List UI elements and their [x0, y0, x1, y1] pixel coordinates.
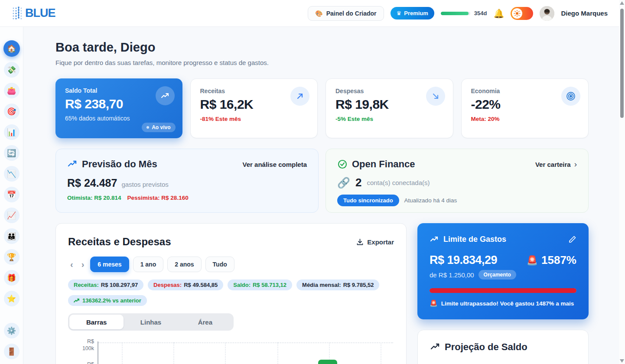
gridline-v [173, 342, 174, 364]
badge-despesas-label: Despesas: [153, 282, 182, 288]
sun-icon [514, 10, 521, 17]
sidebar-item-favorites[interactable]: ⭐ [4, 291, 20, 306]
limit-progress-track [430, 288, 576, 293]
limit-of-label: de R$ 1.250,00 [430, 271, 474, 279]
creator-panel-button[interactable]: 🎨 Painel do Criador [308, 6, 384, 21]
sidebar-item-rewards[interactable]: 🎁 [4, 270, 20, 286]
sidebar-nav: 🏠 💸 👛 🎯 📊 🔄 📉 📅 📈 👪 🏆 🎁 ⭐ ⚙️ 🚪 [0, 27, 23, 364]
badge-saldo-label: Saldo: [233, 282, 251, 288]
badge-despesas: Despesas: R$ 49.584,85 [148, 280, 223, 290]
scrollbar-thumb[interactable] [620, 9, 624, 118]
forecast-link[interactable]: Ver análise completa [243, 161, 307, 168]
chart-up-icon: 📈 [7, 211, 16, 220]
check-circle-icon [337, 159, 348, 169]
badge-media-mensal: Média mensal: R$ 9.785,52 [296, 280, 379, 290]
gridline-100k [98, 342, 393, 343]
sidebar-item-wallet[interactable]: 👛 [4, 83, 20, 98]
sidebar-item-money[interactable]: 💸 [4, 62, 20, 78]
sidebar-item-achievements[interactable]: 🏆 [4, 249, 20, 265]
stat-card-saldo[interactable]: Saldo Total R$ 238,70 65% dados automáti… [55, 78, 182, 138]
stat-card-economia[interactable]: Economia -22% Meta: 20% [461, 78, 589, 138]
scroll-down-arrow-icon[interactable] [620, 359, 624, 363]
income-expense-chart-card: Receitas e Despesas Exportar ‹ › 6 meses… [55, 223, 407, 364]
badge-despesas-value: R$ 49.584,85 [184, 282, 218, 288]
badge-saldo-value: R$ 58.713,12 [253, 282, 286, 288]
gridline-v [381, 342, 381, 364]
insight-cards-row: Previsão do Mês Ver análise completa R$ … [55, 149, 589, 213]
sidebar-item-sync[interactable]: 🔄 [4, 145, 20, 161]
sidebar-item-family[interactable]: 👪 [4, 228, 20, 244]
crown-icon: ♛ [397, 10, 402, 16]
range-next-button[interactable]: › [79, 260, 87, 270]
link-chain-icon: 🔗 [337, 177, 350, 189]
sidebar-item-home[interactable]: 🏠 [3, 40, 20, 57]
door-icon: 🚪 [7, 347, 16, 356]
export-label: Exportar [367, 238, 394, 246]
trending-up-mini-icon [74, 298, 80, 304]
sidebar-item-settings[interactable]: ⚙️ [4, 323, 20, 338]
sidebar-item-logout[interactable]: 🚪 [4, 344, 20, 359]
theme-toggle[interactable] [511, 7, 533, 20]
chart-type-tabs: Barras Linhas Área [68, 313, 234, 331]
accounts-count: 2 [355, 176, 361, 189]
sync-icon: 🔄 [7, 149, 16, 157]
export-button[interactable]: Exportar [356, 238, 394, 246]
stat-card-receitas[interactable]: Receitas R$ 16,2K -81% Este mês [190, 78, 318, 138]
limit-progress-fill [430, 288, 576, 293]
logo-wordmark: BLUE [25, 6, 55, 20]
y-tick-75k: R$ 75k [68, 361, 94, 364]
stat-cards-row: Saldo Total R$ 238,70 65% dados automáti… [55, 78, 589, 138]
range-pill-2anos[interactable]: 2 anos [167, 257, 201, 272]
sidebar-item-calendar[interactable]: 📅 [4, 187, 20, 202]
bar-chart-icon: 📊 [7, 128, 16, 136]
top-bar: BLUE 🎨 Painel do Criador ♛ Premium 354d … [0, 0, 625, 27]
sidebar-item-reports[interactable]: 📊 [4, 124, 20, 140]
tab-area[interactable]: Área [178, 315, 232, 329]
badge-receitas-value: R$ 108.297,97 [101, 282, 138, 288]
range-prev-button[interactable]: ‹ [68, 260, 75, 270]
sidebar-item-investments[interactable]: 📈 [4, 208, 20, 223]
gridline-v [225, 342, 226, 364]
range-pill-tudo[interactable]: Tudo [205, 257, 234, 272]
calendar-icon: 📅 [7, 190, 16, 199]
stat-card-despesas[interactable]: Despesas R$ 19,8K -5% Este mês [326, 78, 453, 138]
live-dot-icon [146, 126, 149, 129]
forecast-value: R$ 24.487 [67, 177, 117, 189]
range-pill-1ano[interactable]: 1 ano [133, 257, 164, 272]
creator-panel-label: Painel do Criador [326, 10, 377, 17]
saldo-sub: 65% dados automáticos [65, 115, 173, 122]
bullseye-icon [561, 87, 580, 106]
page-subtitle: Fique por dentro das suas tarefas, monit… [55, 59, 589, 66]
edit-pencil-icon[interactable] [568, 235, 576, 244]
y-tick-100k: R$ 100k [68, 338, 94, 352]
bar-chart-plot: R$ 100k R$ 75k [68, 339, 394, 364]
tab-barras[interactable]: Barras [69, 315, 124, 329]
arrow-down-right-icon [426, 87, 445, 106]
badge-media-label: Média mensal: [302, 282, 341, 288]
purse-icon: 👛 [7, 86, 16, 95]
balance-projection-card: Projeção de Saldo [417, 330, 589, 364]
chart-bar-receitas[interactable] [318, 360, 337, 364]
forecast-pessimistic: Pessimista: R$ 28.160 [127, 195, 189, 201]
range-pill-6meses[interactable]: 6 meses [90, 257, 129, 272]
theme-toggle-knob [512, 8, 522, 19]
family-icon: 👪 [7, 232, 16, 240]
tab-linhas[interactable]: Linhas [124, 315, 178, 329]
notifications-bell-icon[interactable]: 🔔 [494, 8, 505, 19]
page-scrollbar[interactable] [619, 0, 625, 364]
download-icon [356, 238, 364, 246]
trending-up-icon [67, 159, 78, 169]
forecast-optimistic: Otimista: R$ 20.814 [67, 195, 121, 201]
scroll-up-arrow-icon[interactable] [620, 1, 624, 5]
limit-percent: 1587% [541, 254, 576, 267]
badge-media-value: R$ 9.785,52 [343, 282, 374, 288]
premium-badge[interactable]: ♛ Premium [391, 7, 434, 20]
avatar[interactable] [540, 6, 554, 21]
y-axis-line [98, 341, 98, 364]
gear-icon: ⚙️ [7, 326, 16, 335]
sidebar-item-expenses[interactable]: 📉 [4, 166, 20, 182]
gridline-v [277, 342, 278, 364]
sidebar-item-goals[interactable]: 🎯 [4, 104, 20, 119]
wallet-link[interactable]: Ver carteira › [535, 159, 577, 169]
limit-warning-label: Limite ultrapassado! Você gastou 1487% a… [441, 300, 574, 307]
